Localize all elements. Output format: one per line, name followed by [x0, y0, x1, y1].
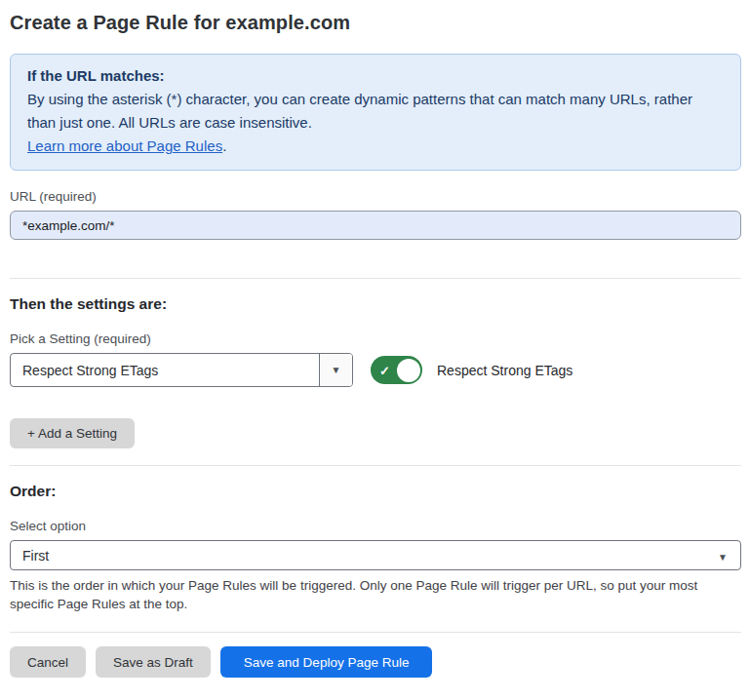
- divider: [10, 465, 741, 466]
- setting-select-value: Respect Strong ETags: [11, 363, 319, 378]
- order-heading: Order:: [10, 483, 741, 500]
- pick-setting-label: Pick a Setting (required): [10, 331, 741, 346]
- page-rule-form: Create a Page Rule for example.com If th…: [0, 0, 750, 678]
- setting-toggle[interactable]: ✓: [371, 356, 422, 384]
- learn-more-link[interactable]: Learn more about Page Rules: [27, 137, 222, 154]
- save-deploy-button[interactable]: Save and Deploy Page Rule: [220, 646, 433, 678]
- order-select-label: Select option: [10, 519, 741, 533]
- check-icon: ✓: [379, 364, 390, 376]
- order-help-text: This is the order in which your Page Rul…: [10, 576, 733, 613]
- caret-down-icon: ▼: [332, 366, 341, 375]
- order-select-value: First: [11, 548, 740, 564]
- add-setting-button[interactable]: + Add a Setting: [10, 418, 135, 448]
- info-box-heading: If the URL matches:: [27, 64, 724, 88]
- form-actions: Cancel Save as Draft Save and Deploy Pag…: [10, 646, 741, 678]
- url-input[interactable]: [10, 211, 741, 240]
- divider: [10, 632, 741, 633]
- cancel-button[interactable]: Cancel: [10, 646, 86, 678]
- toggle-knob: [397, 359, 420, 382]
- info-box-body: By using the asterisk (*) character, you…: [27, 88, 724, 135]
- order-caret-wrap: ▼: [718, 547, 728, 564]
- url-field-label: URL (required): [10, 189, 741, 204]
- setting-toggle-label: Respect Strong ETags: [437, 363, 572, 378]
- divider: [10, 278, 741, 279]
- setting-select-arrow-button[interactable]: ▼: [319, 354, 352, 386]
- setting-select[interactable]: Respect Strong ETags ▼: [10, 353, 353, 387]
- order-select[interactable]: First ▼: [10, 540, 741, 570]
- info-box-link-line: Learn more about Page Rules.: [27, 135, 724, 158]
- page-title: Create a Page Rule for example.com: [10, 12, 741, 34]
- caret-down-icon: ▼: [718, 552, 728, 563]
- save-draft-button[interactable]: Save as Draft: [96, 646, 211, 678]
- settings-heading: Then the settings are:: [10, 295, 741, 313]
- url-match-info-box: If the URL matches: By using the asteris…: [10, 54, 741, 171]
- setting-row: Respect Strong ETags ▼ ✓ Respect Strong …: [10, 353, 741, 387]
- link-period: .: [222, 137, 226, 154]
